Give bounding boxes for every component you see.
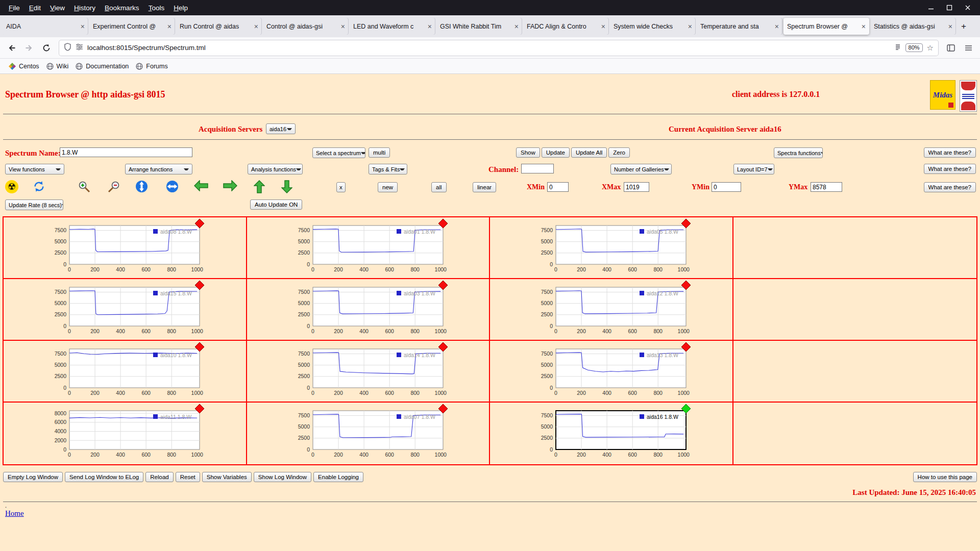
tab-8[interactable]: System wide Checks× [610, 18, 696, 35]
hamburger-menu-icon[interactable] [961, 40, 976, 56]
bookmark-forums[interactable]: Forums [132, 61, 171, 71]
view-functions-select[interactable]: View functions [5, 164, 64, 174]
xmin-input[interactable] [547, 182, 569, 192]
multi-button[interactable]: multi [369, 147, 390, 158]
bookmark-wiki[interactable]: Wiki [43, 61, 72, 71]
minimize-icon[interactable] [928, 5, 934, 11]
spectrum-name-input[interactable] [60, 147, 192, 157]
menu-history[interactable]: History [69, 2, 100, 14]
tab-close-icon[interactable]: × [514, 23, 519, 30]
log-button-reload[interactable]: Reload [145, 472, 173, 482]
radiation-icon[interactable]: ☢ [5, 180, 18, 193]
layout-id-select[interactable]: Layout ID=7 [733, 164, 774, 174]
bookmark-centos[interactable]: Centos [5, 61, 43, 71]
how-to-use-button[interactable]: How to use this page [913, 472, 977, 482]
number-of-galleries-select[interactable]: Number of Galleries [610, 164, 672, 174]
zoom-level-badge[interactable]: 80% [905, 43, 923, 52]
log-button-enable-logging[interactable]: Enable Logging [313, 472, 363, 482]
url-text[interactable]: localhost:8015/Spectrum/Spectrum.tml [87, 44, 890, 52]
spectrum-plot-aida01[interactable]: 750050002500002004006008001000aida01 1.8… [249, 218, 484, 278]
tab-10[interactable]: Spectrum Browser @× [783, 18, 869, 35]
tab-close-icon[interactable]: × [601, 23, 605, 30]
arrow-left-icon[interactable] [194, 180, 208, 191]
spectrum-plot-aida16[interactable]: 750050002500002004006008001000aida16 1.8… [492, 404, 727, 463]
spectrum-plot-aida05[interactable]: 750050002500002004006008001000aida05 1.8… [492, 218, 727, 278]
tab-5[interactable]: LED and Waveform c× [350, 18, 435, 35]
zoom-in-icon[interactable] [78, 180, 91, 193]
channel-input[interactable] [521, 164, 554, 173]
linear-button[interactable]: linear [473, 182, 496, 192]
spectra-functions-select[interactable]: Spectra functions [774, 147, 823, 158]
site-settings-icon[interactable] [76, 43, 83, 53]
tags-fits-select[interactable]: Tags & Fits [369, 164, 407, 174]
what-are-these-button-1[interactable]: What are these? [924, 147, 976, 158]
back-button[interactable] [4, 40, 19, 56]
bookmark-documentation[interactable]: Documentation [72, 61, 132, 71]
x-button[interactable]: x [336, 182, 346, 192]
ymax-input[interactable] [811, 182, 842, 192]
arrow-right-icon[interactable] [223, 180, 237, 191]
new-button[interactable]: new [378, 182, 398, 192]
y-zoom-out-icon[interactable] [166, 180, 179, 193]
arrow-down-icon[interactable] [281, 180, 292, 193]
url-bar[interactable]: localhost:8015/Spectrum/Spectrum.tml 80%… [59, 40, 938, 56]
shield-icon[interactable] [64, 43, 71, 53]
zero-button[interactable]: Zero [608, 147, 630, 158]
new-tab-button[interactable]: + [957, 19, 971, 34]
log-button-show-variables[interactable]: Show Variables [202, 472, 252, 482]
spectrum-plot-aida03[interactable]: 750050002500002004006008001000aida03 1.8… [249, 280, 484, 339]
ymin-input[interactable] [712, 182, 741, 192]
reader-mode-icon[interactable] [894, 43, 901, 53]
log-button-send-log-window-to-elog[interactable]: Send Log Window to ELog [65, 472, 143, 482]
tab-6[interactable]: GSI White Rabbit Tim× [436, 18, 522, 35]
update-all-button[interactable]: Update All [571, 147, 607, 158]
log-button-empty-log-window[interactable]: Empty Log Window [3, 472, 63, 482]
spectrum-plot-aida07[interactable]: 750050002500002004006008001000aida07 1.8… [249, 404, 484, 463]
xmax-input[interactable] [624, 182, 649, 192]
bookmark-star-icon[interactable]: ☆ [927, 44, 934, 52]
tab-close-icon[interactable]: × [341, 23, 345, 30]
tab-close-icon[interactable]: × [775, 23, 779, 30]
menu-bookmarks[interactable]: Bookmarks [100, 2, 144, 14]
log-button-show-log-window[interactable]: Show Log Window [254, 472, 311, 482]
spectrum-plot-aida12[interactable]: 750050002500002004006008001000aida12 1.8… [492, 280, 727, 339]
analysis-functions-select[interactable]: Analysis functions [248, 164, 303, 174]
update-rate-select[interactable]: Update Rate (8 secs) [5, 199, 63, 210]
y-zoom-in-icon[interactable] [135, 180, 148, 193]
menu-file[interactable]: File [4, 2, 24, 14]
home-link[interactable]: Home [5, 509, 24, 518]
tab-2[interactable]: Experiment Control @× [89, 18, 175, 35]
forward-button[interactable] [21, 40, 37, 56]
tab-close-icon[interactable]: × [948, 23, 952, 30]
acquisition-server-select[interactable]: aida16 [266, 123, 296, 134]
tab-7[interactable]: FADC Align & Contro× [523, 18, 609, 35]
tab-close-icon[interactable]: × [81, 23, 85, 30]
spectrum-plot-aida10[interactable]: 750050002500002004006008001000aida10 1.8… [6, 342, 240, 401]
menu-view[interactable]: View [45, 2, 69, 14]
show-button[interactable]: Show [516, 147, 540, 158]
what-are-these-button-3[interactable]: What are these? [924, 182, 976, 192]
menu-tools[interactable]: Tools [144, 2, 169, 14]
arrange-functions-select[interactable]: Arrange functions [125, 164, 192, 174]
spectrum-plot-aida14[interactable]: 750050002500002004006008001000aida14 1.8… [249, 342, 484, 401]
arrow-up-icon[interactable] [254, 180, 265, 193]
menu-help[interactable]: Help [169, 2, 192, 14]
tab-11[interactable]: Statistics @ aidas-gsi× [870, 18, 956, 35]
refresh-icon[interactable] [33, 180, 45, 193]
update-button[interactable]: Update [542, 147, 570, 158]
tab-9[interactable]: Temperature and sta× [697, 18, 782, 35]
log-button-reset[interactable]: Reset [176, 472, 200, 482]
select-spectrum-select[interactable]: Select a spectrum [312, 147, 365, 158]
tab-close-icon[interactable]: × [428, 23, 432, 30]
tab-1[interactable]: AIDA× [3, 18, 88, 35]
tab-close-icon[interactable]: × [167, 23, 172, 30]
tab-close-icon[interactable]: × [862, 23, 866, 30]
all-button[interactable]: all [431, 182, 447, 192]
tab-4[interactable]: Control @ aidas-gsi× [263, 18, 349, 35]
zoom-out-icon[interactable] [107, 180, 120, 193]
reload-button[interactable] [39, 40, 54, 56]
spectrum-plot-aida13[interactable]: 750050002500002004006008001000aida13 1.8… [492, 342, 727, 401]
menu-edit[interactable]: Edit [24, 2, 45, 14]
tab-3[interactable]: Run Control @ aidas× [176, 18, 262, 35]
tab-close-icon[interactable]: × [254, 23, 258, 30]
